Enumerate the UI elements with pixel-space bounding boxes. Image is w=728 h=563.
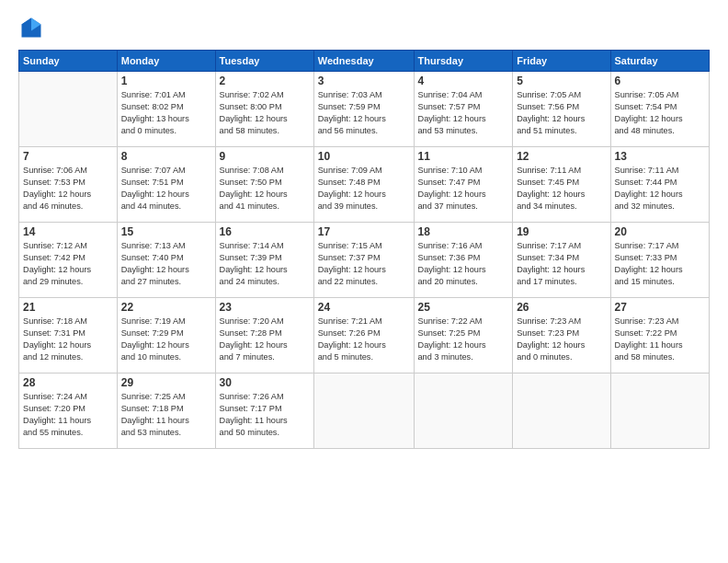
day-number: 15: [121, 225, 211, 238]
day-info: Sunrise: 7:11 AM Sunset: 7:44 PM Dayligh…: [615, 165, 706, 213]
weekday-header-thursday: Thursday: [414, 51, 513, 72]
calendar-cell: 11Sunrise: 7:10 AM Sunset: 7:47 PM Dayli…: [414, 147, 513, 223]
day-number: 26: [517, 301, 606, 314]
day-info: Sunrise: 7:22 AM Sunset: 7:25 PM Dayligh…: [418, 316, 509, 363]
week-row-4: 21Sunrise: 7:18 AM Sunset: 7:31 PM Dayli…: [19, 298, 710, 373]
calendar-cell: 8Sunrise: 7:07 AM Sunset: 7:51 PM Daylig…: [117, 147, 215, 223]
calendar-cell: 15Sunrise: 7:13 AM Sunset: 7:40 PM Dayli…: [117, 223, 215, 298]
day-info: Sunrise: 7:07 AM Sunset: 7:51 PM Dayligh…: [121, 165, 211, 213]
calendar-cell: [313, 373, 414, 449]
day-info: Sunrise: 7:16 AM Sunset: 7:36 PM Dayligh…: [418, 240, 509, 288]
calendar-cell: 5Sunrise: 7:05 AM Sunset: 7:56 PM Daylig…: [513, 72, 610, 147]
calendar-cell: 9Sunrise: 7:08 AM Sunset: 7:50 PM Daylig…: [215, 147, 313, 223]
calendar-cell: 12Sunrise: 7:11 AM Sunset: 7:45 PM Dayli…: [513, 147, 610, 223]
day-number: 20: [615, 225, 706, 238]
calendar-cell: 1Sunrise: 7:01 AM Sunset: 8:02 PM Daylig…: [117, 72, 215, 147]
calendar-cell: 6Sunrise: 7:05 AM Sunset: 7:54 PM Daylig…: [610, 72, 710, 147]
week-row-3: 14Sunrise: 7:12 AM Sunset: 7:42 PM Dayli…: [19, 223, 710, 298]
day-info: Sunrise: 7:06 AM Sunset: 7:53 PM Dayligh…: [23, 165, 113, 213]
day-info: Sunrise: 7:12 AM Sunset: 7:42 PM Dayligh…: [23, 240, 113, 288]
calendar-cell: 3Sunrise: 7:03 AM Sunset: 7:59 PM Daylig…: [313, 72, 414, 147]
day-number: 10: [318, 150, 410, 163]
day-info: Sunrise: 7:11 AM Sunset: 7:45 PM Dayligh…: [517, 165, 606, 213]
calendar-cell: [513, 373, 610, 449]
day-number: 27: [615, 301, 706, 314]
logo-icon: [18, 15, 44, 40]
day-number: 3: [318, 75, 410, 87]
weekday-header-monday: Monday: [117, 51, 215, 72]
day-number: 22: [121, 301, 211, 314]
day-info: Sunrise: 7:20 AM Sunset: 7:28 PM Dayligh…: [220, 316, 310, 363]
day-number: 1: [121, 75, 211, 87]
day-info: Sunrise: 7:17 AM Sunset: 7:34 PM Dayligh…: [517, 240, 606, 288]
day-info: Sunrise: 7:23 AM Sunset: 7:22 PM Dayligh…: [615, 316, 706, 363]
day-number: 9: [220, 150, 310, 163]
calendar-cell: 2Sunrise: 7:02 AM Sunset: 8:00 PM Daylig…: [215, 72, 313, 147]
day-number: 17: [318, 225, 410, 238]
calendar-table: SundayMondayTuesdayWednesdayThursdayFrid…: [18, 50, 710, 449]
calendar-cell: 21Sunrise: 7:18 AM Sunset: 7:31 PM Dayli…: [19, 298, 118, 373]
calendar-cell: 28Sunrise: 7:24 AM Sunset: 7:20 PM Dayli…: [19, 373, 118, 449]
day-number: 19: [517, 225, 606, 238]
calendar-cell: 23Sunrise: 7:20 AM Sunset: 7:28 PM Dayli…: [215, 298, 313, 373]
day-info: Sunrise: 7:03 AM Sunset: 7:59 PM Dayligh…: [318, 89, 410, 137]
logo: [18, 15, 48, 40]
calendar-cell: [414, 373, 513, 449]
week-row-1: 1Sunrise: 7:01 AM Sunset: 8:02 PM Daylig…: [19, 72, 710, 147]
calendar-cell: 17Sunrise: 7:15 AM Sunset: 7:37 PM Dayli…: [313, 223, 414, 298]
calendar-cell: 30Sunrise: 7:26 AM Sunset: 7:17 PM Dayli…: [215, 373, 313, 449]
header: [18, 15, 710, 40]
day-info: Sunrise: 7:08 AM Sunset: 7:50 PM Dayligh…: [220, 165, 310, 213]
day-number: 25: [418, 301, 509, 314]
day-info: Sunrise: 7:05 AM Sunset: 7:54 PM Dayligh…: [615, 89, 706, 137]
day-number: 23: [220, 301, 310, 314]
day-number: 6: [615, 75, 706, 87]
day-number: 7: [23, 150, 113, 163]
page: SundayMondayTuesdayWednesdayThursdayFrid…: [0, 0, 728, 563]
day-info: Sunrise: 7:19 AM Sunset: 7:29 PM Dayligh…: [121, 316, 211, 363]
day-number: 18: [418, 225, 509, 238]
weekday-header-sunday: Sunday: [19, 51, 118, 72]
day-number: 28: [23, 376, 113, 389]
day-info: Sunrise: 7:01 AM Sunset: 8:02 PM Dayligh…: [121, 89, 211, 137]
calendar-cell: 22Sunrise: 7:19 AM Sunset: 7:29 PM Dayli…: [117, 298, 215, 373]
day-info: Sunrise: 7:17 AM Sunset: 7:33 PM Dayligh…: [615, 240, 706, 288]
calendar-cell: 26Sunrise: 7:23 AM Sunset: 7:23 PM Dayli…: [513, 298, 610, 373]
day-number: 8: [121, 150, 211, 163]
day-number: 2: [220, 75, 310, 87]
weekday-header-tuesday: Tuesday: [215, 51, 313, 72]
day-info: Sunrise: 7:18 AM Sunset: 7:31 PM Dayligh…: [23, 316, 113, 363]
calendar-cell: 24Sunrise: 7:21 AM Sunset: 7:26 PM Dayli…: [313, 298, 414, 373]
weekday-header-friday: Friday: [513, 51, 610, 72]
day-number: 11: [418, 150, 509, 163]
calendar-cell: 13Sunrise: 7:11 AM Sunset: 7:44 PM Dayli…: [610, 147, 710, 223]
day-number: 29: [121, 376, 211, 389]
day-number: 13: [615, 150, 706, 163]
day-number: 30: [220, 376, 310, 389]
day-info: Sunrise: 7:25 AM Sunset: 7:18 PM Dayligh…: [121, 391, 211, 439]
day-number: 12: [517, 150, 606, 163]
day-info: Sunrise: 7:26 AM Sunset: 7:17 PM Dayligh…: [220, 391, 310, 439]
day-info: Sunrise: 7:23 AM Sunset: 7:23 PM Dayligh…: [517, 316, 606, 363]
calendar-cell: 7Sunrise: 7:06 AM Sunset: 7:53 PM Daylig…: [19, 147, 118, 223]
day-number: 5: [517, 75, 606, 87]
weekday-header-wednesday: Wednesday: [313, 51, 414, 72]
day-info: Sunrise: 7:09 AM Sunset: 7:48 PM Dayligh…: [318, 165, 410, 213]
calendar-cell: 19Sunrise: 7:17 AM Sunset: 7:34 PM Dayli…: [513, 223, 610, 298]
calendar-cell: 25Sunrise: 7:22 AM Sunset: 7:25 PM Dayli…: [414, 298, 513, 373]
weekday-header-saturday: Saturday: [610, 51, 710, 72]
weekday-header-row: SundayMondayTuesdayWednesdayThursdayFrid…: [19, 51, 710, 72]
day-info: Sunrise: 7:05 AM Sunset: 7:56 PM Dayligh…: [517, 89, 606, 137]
week-row-5: 28Sunrise: 7:24 AM Sunset: 7:20 PM Dayli…: [19, 373, 710, 449]
calendar-cell: 16Sunrise: 7:14 AM Sunset: 7:39 PM Dayli…: [215, 223, 313, 298]
week-row-2: 7Sunrise: 7:06 AM Sunset: 7:53 PM Daylig…: [19, 147, 710, 223]
day-number: 21: [23, 301, 113, 314]
day-info: Sunrise: 7:10 AM Sunset: 7:47 PM Dayligh…: [418, 165, 509, 213]
calendar-cell: 27Sunrise: 7:23 AM Sunset: 7:22 PM Dayli…: [610, 298, 710, 373]
calendar-cell: 20Sunrise: 7:17 AM Sunset: 7:33 PM Dayli…: [610, 223, 710, 298]
calendar-cell: 29Sunrise: 7:25 AM Sunset: 7:18 PM Dayli…: [117, 373, 215, 449]
day-info: Sunrise: 7:02 AM Sunset: 8:00 PM Dayligh…: [220, 89, 310, 137]
calendar-cell: [19, 72, 118, 147]
day-info: Sunrise: 7:04 AM Sunset: 7:57 PM Dayligh…: [418, 89, 509, 137]
day-info: Sunrise: 7:21 AM Sunset: 7:26 PM Dayligh…: [318, 316, 410, 363]
